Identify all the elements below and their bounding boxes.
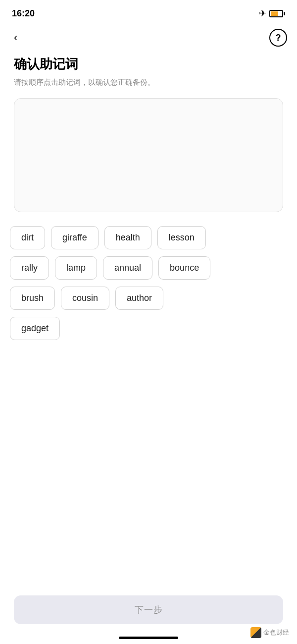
word-row-0: dirtgiraffehealthlesson [10, 226, 287, 249]
watermark-text: 金色财经 [263, 628, 289, 637]
word-chip-lamp[interactable]: lamp [55, 256, 97, 280]
bottom-area: 下一步 [0, 595, 297, 624]
battery-icon [269, 10, 285, 17]
watermark-logo [250, 627, 261, 638]
word-chip-rally[interactable]: rally [10, 256, 49, 280]
word-chip-cousin[interactable]: cousin [61, 287, 109, 310]
word-row-1: rallylampannualbounce [10, 256, 287, 280]
word-chip-annual[interactable]: annual [103, 256, 152, 280]
word-selection-area [14, 98, 283, 212]
status-time: 16:20 [12, 8, 35, 19]
word-chips-section: dirtgiraffehealthlessonrallylampannualbo… [0, 226, 297, 340]
status-bar: 16:20 ✈ [0, 0, 297, 25]
word-chip-health[interactable]: health [104, 226, 151, 249]
watermark: 金色财经 [250, 627, 289, 638]
word-chip-gadget[interactable]: gadget [10, 317, 60, 340]
word-chip-lesson[interactable]: lesson [157, 226, 206, 249]
help-button[interactable]: ? [269, 29, 287, 47]
next-button[interactable]: 下一步 [14, 595, 283, 624]
back-button[interactable]: ‹ [10, 29, 21, 46]
word-chip-author[interactable]: author [115, 287, 163, 310]
word-chip-bounce[interactable]: bounce [158, 256, 210, 280]
page-subtitle: 请按顺序点击助记词，以确认您正确备份。 [14, 77, 283, 88]
page-content: 确认助记词 请按顺序点击助记词，以确认您正确备份。 [0, 51, 297, 212]
word-chip-dirt[interactable]: dirt [10, 226, 45, 249]
word-chip-giraffe[interactable]: giraffe [51, 226, 99, 249]
word-row-3: gadget [10, 317, 287, 340]
page-title: 确认助记词 [14, 56, 283, 73]
airplane-icon: ✈ [259, 8, 266, 19]
word-chip-brush[interactable]: brush [10, 287, 55, 310]
status-icons: ✈ [259, 8, 285, 19]
word-row-2: brushcousinauthor [10, 287, 287, 310]
home-indicator [119, 637, 178, 639]
nav-bar: ‹ ? [0, 25, 297, 51]
